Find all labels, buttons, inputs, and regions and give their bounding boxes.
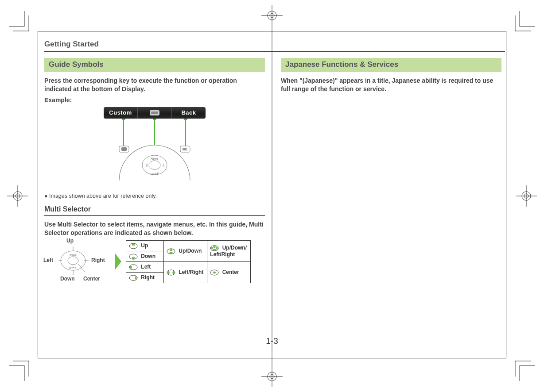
dpad-left-icon: [129, 264, 138, 270]
softkey-bar: Custom Back: [104, 107, 206, 119]
ms-cell-udlr-label2: Left/Right: [210, 251, 235, 257]
svg-text:⇩: ⇩: [162, 163, 165, 168]
right-column: Japanese Functions & Services When "(Jap…: [281, 58, 501, 284]
ms-cell-center: Center: [207, 261, 251, 283]
ms-cell-udlr: Up/Down/ Left/Right: [207, 241, 251, 262]
svg-point-50: [170, 252, 173, 254]
svg-text:News: News: [70, 254, 77, 256]
svg-point-49: [170, 249, 173, 251]
dpad-leftright-icon: [167, 269, 175, 276]
dpad-updown-icon: [167, 248, 175, 254]
example-label: Example:: [44, 96, 265, 104]
ms-cell-up: Up: [126, 241, 164, 251]
softkey-left: Custom: [104, 107, 137, 119]
dpad-up-icon: [129, 243, 138, 249]
multi-selector-heading: Multi Selector: [44, 205, 265, 213]
svg-point-57: [132, 257, 135, 259]
dpad-udlr-icon: [210, 245, 219, 251]
multi-selector-labels: Up Down Left Right Center News ▭/A·F: [44, 239, 111, 284]
page-number: 1-3: [266, 336, 278, 346]
ms-cell-left: Left: [126, 261, 164, 272]
multi-selector-icon: News ▭/A·F: [53, 243, 102, 278]
svg-rect-29: [121, 147, 127, 151]
svg-point-32: [149, 161, 160, 169]
svg-point-55: [216, 247, 218, 250]
section-title-japanese: Japanese Functions & Services: [281, 58, 501, 72]
softkey-center: [137, 107, 171, 119]
ms-cell-down-label: Down: [141, 253, 155, 259]
left-column: Guide Symbols Press the corresponding ke…: [44, 58, 265, 284]
svg-text:⇧: ⇧: [145, 163, 148, 168]
ms-cell-right: Right: [126, 272, 164, 283]
ms-label-left: Left: [43, 257, 53, 263]
ms-cell-center-label: Center: [222, 269, 239, 275]
dpad-right-icon: [129, 275, 138, 281]
svg-point-47: [132, 244, 135, 246]
softkey-left-label: Custom: [109, 109, 132, 116]
svg-rect-18: [151, 111, 158, 114]
dpad-center-icon: [210, 269, 219, 276]
page-content: Getting Started Guide Symbols Press the …: [44, 40, 505, 350]
ms-cell-leftright-label: Left/Right: [179, 269, 203, 275]
multi-selector-legend-table: Up Up/Down Up/Down/ Left/Right: [126, 240, 251, 283]
svg-point-61: [167, 271, 169, 274]
svg-point-52: [213, 246, 216, 248]
svg-point-66: [135, 276, 136, 279]
info-icon: [148, 109, 161, 116]
ms-cell-down: Down: [126, 251, 164, 262]
softkey-right: Back: [171, 107, 206, 119]
ms-cell-up-label: Up: [141, 242, 148, 249]
section-title-guide-symbols: Guide Symbols: [44, 58, 265, 72]
svg-text:▭/A·F: ▭/A·F: [150, 172, 159, 175]
ms-cell-right-label: Right: [141, 274, 155, 281]
ms-cell-updown: Up/Down: [164, 241, 207, 262]
ms-cell-udlr-label1: Up/Down/: [222, 245, 247, 251]
green-rule: [44, 215, 265, 216]
svg-point-54: [211, 247, 213, 250]
svg-point-38: [68, 257, 78, 265]
reference-note: Images shown above are for reference onl…: [44, 193, 265, 199]
svg-text:News: News: [151, 157, 159, 160]
svg-point-62: [172, 271, 174, 274]
svg-point-64: [213, 271, 216, 273]
japanese-body: When "(Japanese)" appears in a title, Ja…: [281, 77, 501, 93]
softkey-link-diagram: News ▭/A·F ⇧ ⇩: [101, 119, 208, 185]
chapter-rule: [44, 51, 505, 52]
svg-text:▭/A·F: ▭/A·F: [69, 266, 77, 269]
dpad-down-icon: [129, 254, 138, 260]
guide-symbols-intro: Press the corresponding key to execute t…: [44, 77, 265, 93]
ms-cell-left-label: Left: [141, 264, 151, 270]
multi-selector-desc: Use Multi Selector to select items, navi…: [44, 220, 265, 237]
ms-cell-leftright: Left/Right: [164, 261, 207, 283]
chapter-title: Getting Started: [44, 40, 505, 49]
svg-point-59: [130, 265, 132, 269]
arrow-right-icon: [115, 254, 121, 269]
svg-point-53: [213, 249, 216, 250]
ms-cell-updown-label: Up/Down: [179, 248, 202, 254]
softkey-illustration: Custom Back: [44, 107, 265, 187]
multi-selector-diagram-row: Up Down Left Right Center News ▭/A·F: [44, 239, 265, 284]
softkey-right-label: Back: [181, 109, 196, 116]
